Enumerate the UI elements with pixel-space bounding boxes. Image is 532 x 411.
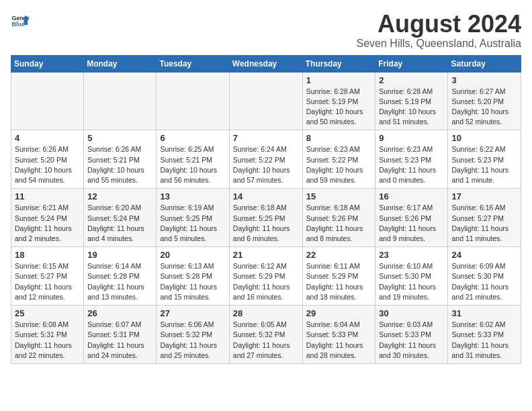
calendar-cell: 29Sunrise: 6:04 AM Sunset: 5:33 PM Dayli…	[302, 306, 375, 364]
calendar-cell: 22Sunrise: 6:11 AM Sunset: 5:29 PM Dayli…	[302, 247, 375, 306]
weekday-header-cell: Wednesday	[229, 55, 302, 72]
weekday-header-cell: Monday	[84, 55, 157, 72]
calendar-cell: 27Sunrise: 6:06 AM Sunset: 5:32 PM Dayli…	[157, 306, 229, 364]
calendar-cell: 5Sunrise: 6:26 AM Sunset: 5:21 PM Daylig…	[84, 130, 157, 189]
calendar-cell: 25Sunrise: 6:08 AM Sunset: 5:31 PM Dayli…	[11, 306, 84, 364]
calendar-cell: 23Sunrise: 6:10 AM Sunset: 5:30 PM Dayli…	[375, 247, 448, 306]
calendar-cell: 30Sunrise: 6:03 AM Sunset: 5:33 PM Dayli…	[375, 306, 448, 364]
day-info: Sunrise: 6:16 AM Sunset: 5:27 PM Dayligh…	[451, 203, 517, 244]
calendar-cell	[11, 72, 84, 130]
day-number: 2	[379, 75, 444, 85]
day-info: Sunrise: 6:06 AM Sunset: 5:32 PM Dayligh…	[160, 320, 225, 361]
day-info: Sunrise: 6:09 AM Sunset: 5:30 PM Dayligh…	[451, 261, 517, 302]
calendar-cell: 9Sunrise: 6:23 AM Sunset: 5:23 PM Daylig…	[375, 130, 448, 189]
calendar-cell: 14Sunrise: 6:18 AM Sunset: 5:25 PM Dayli…	[229, 189, 302, 247]
day-number: 19	[87, 250, 152, 260]
calendar-cell: 15Sunrise: 6:18 AM Sunset: 5:26 PM Dayli…	[302, 189, 375, 247]
day-number: 8	[306, 133, 372, 143]
day-info: Sunrise: 6:23 AM Sunset: 5:22 PM Dayligh…	[306, 144, 372, 185]
calendar-cell: 3Sunrise: 6:27 AM Sunset: 5:20 PM Daylig…	[448, 72, 521, 130]
day-number: 17	[451, 191, 517, 201]
page-header: General Blue August 2024 Seven Hills, Qu…	[11, 11, 521, 50]
calendar-cell: 24Sunrise: 6:09 AM Sunset: 5:30 PM Dayli…	[448, 247, 521, 306]
calendar-cell: 19Sunrise: 6:14 AM Sunset: 5:28 PM Dayli…	[84, 247, 157, 306]
weekday-header-cell: Sunday	[11, 55, 84, 72]
calendar-cell: 18Sunrise: 6:15 AM Sunset: 5:27 PM Dayli…	[11, 247, 84, 306]
main-title: August 2024	[357, 11, 521, 38]
calendar-cell: 6Sunrise: 6:25 AM Sunset: 5:21 PM Daylig…	[157, 130, 229, 189]
logo-icon: General Blue	[11, 11, 30, 30]
day-info: Sunrise: 6:14 AM Sunset: 5:28 PM Dayligh…	[87, 261, 152, 302]
calendar-cell: 2Sunrise: 6:28 AM Sunset: 5:19 PM Daylig…	[375, 72, 448, 130]
day-info: Sunrise: 6:08 AM Sunset: 5:31 PM Dayligh…	[15, 320, 80, 361]
day-number: 9	[379, 133, 444, 143]
day-info: Sunrise: 6:12 AM Sunset: 5:29 PM Dayligh…	[233, 261, 299, 302]
day-info: Sunrise: 6:22 AM Sunset: 5:23 PM Dayligh…	[451, 144, 517, 185]
day-info: Sunrise: 6:10 AM Sunset: 5:30 PM Dayligh…	[379, 261, 444, 302]
day-info: Sunrise: 6:21 AM Sunset: 5:24 PM Dayligh…	[15, 203, 80, 244]
day-number: 6	[160, 133, 225, 143]
day-info: Sunrise: 6:15 AM Sunset: 5:27 PM Dayligh…	[15, 261, 80, 302]
calendar-week-row: 25Sunrise: 6:08 AM Sunset: 5:31 PM Dayli…	[11, 306, 521, 364]
day-info: Sunrise: 6:26 AM Sunset: 5:21 PM Dayligh…	[87, 144, 152, 185]
calendar-cell: 16Sunrise: 6:17 AM Sunset: 5:26 PM Dayli…	[375, 189, 448, 247]
calendar-cell: 7Sunrise: 6:24 AM Sunset: 5:22 PM Daylig…	[229, 130, 302, 189]
svg-text:Blue: Blue	[11, 21, 25, 28]
day-number: 13	[160, 191, 225, 201]
day-info: Sunrise: 6:23 AM Sunset: 5:23 PM Dayligh…	[379, 144, 444, 185]
calendar-cell: 1Sunrise: 6:28 AM Sunset: 5:19 PM Daylig…	[302, 72, 375, 130]
day-info: Sunrise: 6:20 AM Sunset: 5:24 PM Dayligh…	[87, 203, 152, 244]
day-number: 5	[87, 133, 152, 143]
calendar-cell: 20Sunrise: 6:13 AM Sunset: 5:28 PM Dayli…	[157, 247, 229, 306]
day-info: Sunrise: 6:17 AM Sunset: 5:26 PM Dayligh…	[379, 203, 444, 244]
day-number: 15	[306, 191, 372, 201]
day-info: Sunrise: 6:26 AM Sunset: 5:20 PM Dayligh…	[15, 144, 80, 185]
logo: General Blue	[11, 11, 30, 30]
day-info: Sunrise: 6:04 AM Sunset: 5:33 PM Dayligh…	[306, 320, 372, 361]
day-number: 4	[15, 133, 80, 143]
day-info: Sunrise: 6:28 AM Sunset: 5:19 PM Dayligh…	[379, 87, 444, 128]
day-info: Sunrise: 6:13 AM Sunset: 5:28 PM Dayligh…	[160, 261, 225, 302]
day-info: Sunrise: 6:18 AM Sunset: 5:25 PM Dayligh…	[233, 203, 299, 244]
day-info: Sunrise: 6:19 AM Sunset: 5:25 PM Dayligh…	[160, 203, 225, 244]
calendar-cell: 28Sunrise: 6:05 AM Sunset: 5:32 PM Dayli…	[229, 306, 302, 364]
calendar-cell: 4Sunrise: 6:26 AM Sunset: 5:20 PM Daylig…	[11, 130, 84, 189]
day-number: 1	[306, 75, 372, 85]
day-info: Sunrise: 6:27 AM Sunset: 5:20 PM Dayligh…	[451, 87, 517, 128]
day-number: 28	[233, 308, 299, 318]
weekday-header-cell: Saturday	[448, 55, 521, 72]
calendar-cell: 10Sunrise: 6:22 AM Sunset: 5:23 PM Dayli…	[448, 130, 521, 189]
day-number: 20	[160, 250, 225, 260]
day-number: 25	[15, 308, 80, 318]
day-number: 22	[306, 250, 372, 260]
day-number: 14	[233, 191, 299, 201]
calendar-cell: 8Sunrise: 6:23 AM Sunset: 5:22 PM Daylig…	[302, 130, 375, 189]
calendar-body: 1Sunrise: 6:28 AM Sunset: 5:19 PM Daylig…	[11, 72, 521, 363]
calendar-cell	[157, 72, 229, 130]
day-number: 16	[379, 191, 444, 201]
calendar-table: SundayMondayTuesdayWednesdayThursdayFrid…	[11, 55, 521, 364]
day-number: 30	[379, 308, 444, 318]
title-block: August 2024 Seven Hills, Queensland, Aus…	[357, 11, 521, 50]
weekday-header-cell: Thursday	[302, 55, 375, 72]
calendar-cell: 12Sunrise: 6:20 AM Sunset: 5:24 PM Dayli…	[84, 189, 157, 247]
day-info: Sunrise: 6:28 AM Sunset: 5:19 PM Dayligh…	[306, 87, 372, 128]
day-info: Sunrise: 6:18 AM Sunset: 5:26 PM Dayligh…	[306, 203, 372, 244]
calendar-cell: 26Sunrise: 6:07 AM Sunset: 5:31 PM Dayli…	[84, 306, 157, 364]
day-number: 27	[160, 308, 225, 318]
day-info: Sunrise: 6:03 AM Sunset: 5:33 PM Dayligh…	[379, 320, 444, 361]
day-number: 18	[15, 250, 80, 260]
day-info: Sunrise: 6:05 AM Sunset: 5:32 PM Dayligh…	[233, 320, 299, 361]
calendar-cell: 31Sunrise: 6:02 AM Sunset: 5:33 PM Dayli…	[448, 306, 521, 364]
calendar-cell: 21Sunrise: 6:12 AM Sunset: 5:29 PM Dayli…	[229, 247, 302, 306]
calendar-week-row: 18Sunrise: 6:15 AM Sunset: 5:27 PM Dayli…	[11, 247, 521, 306]
day-number: 7	[233, 133, 299, 143]
calendar-cell: 11Sunrise: 6:21 AM Sunset: 5:24 PM Dayli…	[11, 189, 84, 247]
day-info: Sunrise: 6:25 AM Sunset: 5:21 PM Dayligh…	[160, 144, 225, 185]
calendar-week-row: 1Sunrise: 6:28 AM Sunset: 5:19 PM Daylig…	[11, 72, 521, 130]
day-info: Sunrise: 6:24 AM Sunset: 5:22 PM Dayligh…	[233, 144, 299, 185]
calendar-cell: 13Sunrise: 6:19 AM Sunset: 5:25 PM Dayli…	[157, 189, 229, 247]
day-number: 24	[451, 250, 517, 260]
weekday-header-cell: Tuesday	[157, 55, 229, 72]
calendar-week-row: 11Sunrise: 6:21 AM Sunset: 5:24 PM Dayli…	[11, 189, 521, 247]
